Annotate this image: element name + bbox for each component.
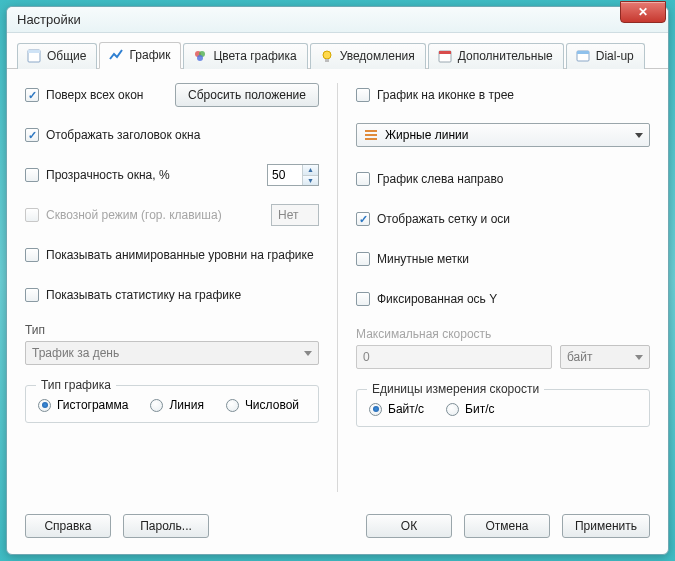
- opacity-checkbox[interactable]: [25, 168, 39, 182]
- clickthrough-label: Сквозной режим (гор. клавиша): [46, 208, 222, 222]
- clickthrough-hotkey-field: Нет: [271, 204, 319, 226]
- grid-axes-checkbox[interactable]: [356, 212, 370, 226]
- type-label: Тип: [25, 323, 319, 337]
- bulb-icon: [319, 48, 335, 64]
- max-speed-unit-value: байт: [567, 350, 592, 364]
- apply-button[interactable]: Применить: [562, 514, 650, 538]
- svg-rect-11: [365, 130, 377, 132]
- left-column: Поверх всех окон Сбросить положение Отоб…: [25, 83, 337, 492]
- password-button[interactable]: Пароль...: [123, 514, 209, 538]
- ltr-checkbox[interactable]: [356, 172, 370, 186]
- always-on-top-checkbox[interactable]: [25, 88, 39, 102]
- radio-numeric[interactable]: Числовой: [226, 398, 299, 412]
- radio-numeric-label: Числовой: [245, 398, 299, 412]
- anim-levels-label: Показывать анимированные уровни на графи…: [46, 248, 314, 262]
- tab-label: Уведомления: [340, 49, 415, 63]
- chevron-down-icon: [635, 355, 643, 360]
- radio-dot-icon: [369, 403, 382, 416]
- reset-position-button[interactable]: Сбросить положение: [175, 83, 319, 107]
- radio-bits-label: Бит/с: [465, 402, 494, 416]
- fixed-y-label: Фиксированная ось Y: [377, 292, 497, 306]
- always-on-top-label: Поверх всех окон: [46, 88, 143, 102]
- max-speed-label: Максимальная скорость: [356, 327, 650, 341]
- svg-rect-1: [28, 50, 40, 53]
- svg-rect-10: [577, 51, 589, 54]
- show-stats-checkbox[interactable]: [25, 288, 39, 302]
- line-style-combo[interactable]: Жирные линии: [356, 123, 650, 147]
- svg-rect-12: [365, 134, 377, 136]
- radio-dot-icon: [446, 403, 459, 416]
- tab-label: Общие: [47, 49, 86, 63]
- tray-graph-label: График на иконке в трее: [377, 88, 514, 102]
- close-button[interactable]: ✕: [620, 1, 666, 23]
- window-icon: [575, 48, 591, 64]
- tab-colors[interactable]: Цвета графика: [183, 43, 307, 69]
- radio-bytes[interactable]: Байт/с: [369, 402, 424, 416]
- window-title: Настройки: [17, 12, 81, 27]
- spinner-up-icon[interactable]: ▲: [303, 165, 318, 176]
- tab-dialup[interactable]: Dial-up: [566, 43, 645, 69]
- tab-label: График: [129, 48, 170, 62]
- opacity-spinner[interactable]: ▲ ▼: [267, 164, 319, 186]
- chart-type-group-title: Тип графика: [36, 378, 116, 392]
- radio-histogram[interactable]: Гистограмма: [38, 398, 128, 412]
- max-speed-value: 0: [363, 350, 370, 364]
- svg-rect-6: [325, 59, 329, 62]
- calendar-icon: [437, 48, 453, 64]
- chevron-down-icon: [635, 133, 643, 138]
- svg-rect-13: [365, 138, 377, 140]
- tab-graph[interactable]: График: [99, 42, 181, 69]
- line-style-value: Жирные линии: [385, 128, 468, 142]
- chevron-down-icon: [304, 351, 312, 356]
- lines-icon: [363, 127, 379, 143]
- opacity-label: Прозрачность окна, %: [46, 168, 170, 182]
- anim-levels-checkbox[interactable]: [25, 248, 39, 262]
- show-stats-label: Показывать статистику на графике: [46, 288, 241, 302]
- clickthrough-checkbox: [25, 208, 39, 222]
- radio-line-label: Линия: [169, 398, 203, 412]
- tab-notify[interactable]: Уведомления: [310, 43, 426, 69]
- radio-bits[interactable]: Бит/с: [446, 402, 494, 416]
- speed-units-group: Единицы измерения скорости Байт/с Бит/с: [356, 389, 650, 427]
- minute-marks-checkbox[interactable]: [356, 252, 370, 266]
- type-combo-value: Трафик за день: [32, 346, 119, 360]
- type-combo[interactable]: Трафик за день: [25, 341, 319, 365]
- radio-histogram-label: Гистограмма: [57, 398, 128, 412]
- palette-icon: [192, 48, 208, 64]
- settings-window: Настройки ✕ Общие График Цвета графика: [6, 6, 669, 555]
- tab-general[interactable]: Общие: [17, 43, 97, 69]
- svg-point-4: [197, 55, 203, 61]
- ltr-label: График слева направо: [377, 172, 503, 186]
- radio-dot-icon: [150, 399, 163, 412]
- tab-label: Цвета графика: [213, 49, 296, 63]
- right-column: График на иконке в трее Жирные линии Гра…: [337, 83, 650, 492]
- speed-units-group-title: Единицы измерения скорости: [367, 382, 544, 396]
- radio-dot-icon: [38, 399, 51, 412]
- opacity-input[interactable]: [268, 165, 302, 185]
- dialog-footer: Справка Пароль... ОК Отмена Применить: [7, 500, 668, 554]
- chart-type-group: Тип графика Гистограмма Линия Числовой: [25, 385, 319, 423]
- svg-rect-8: [439, 51, 451, 54]
- radio-dot-icon: [226, 399, 239, 412]
- tray-graph-checkbox[interactable]: [356, 88, 370, 102]
- max-speed-unit-combo[interactable]: байт: [560, 345, 650, 369]
- grid-axes-label: Отображать сетку и оси: [377, 212, 510, 226]
- tab-label: Dial-up: [596, 49, 634, 63]
- ok-button[interactable]: ОК: [366, 514, 452, 538]
- close-icon: ✕: [638, 5, 648, 19]
- titlebar: Настройки ✕: [7, 7, 668, 33]
- help-button[interactable]: Справка: [25, 514, 111, 538]
- radio-bytes-label: Байт/с: [388, 402, 424, 416]
- show-caption-checkbox[interactable]: [25, 128, 39, 142]
- minute-marks-label: Минутные метки: [377, 252, 469, 266]
- tabs: Общие График Цвета графика Уведомления Д…: [7, 33, 668, 69]
- radio-line[interactable]: Линия: [150, 398, 203, 412]
- page-icon: [26, 48, 42, 64]
- cancel-button[interactable]: Отмена: [464, 514, 550, 538]
- spinner-down-icon[interactable]: ▼: [303, 176, 318, 186]
- max-speed-input[interactable]: 0: [356, 345, 552, 369]
- tab-extra[interactable]: Дополнительные: [428, 43, 564, 69]
- fixed-y-checkbox[interactable]: [356, 292, 370, 306]
- tab-label: Дополнительные: [458, 49, 553, 63]
- svg-point-5: [323, 51, 331, 59]
